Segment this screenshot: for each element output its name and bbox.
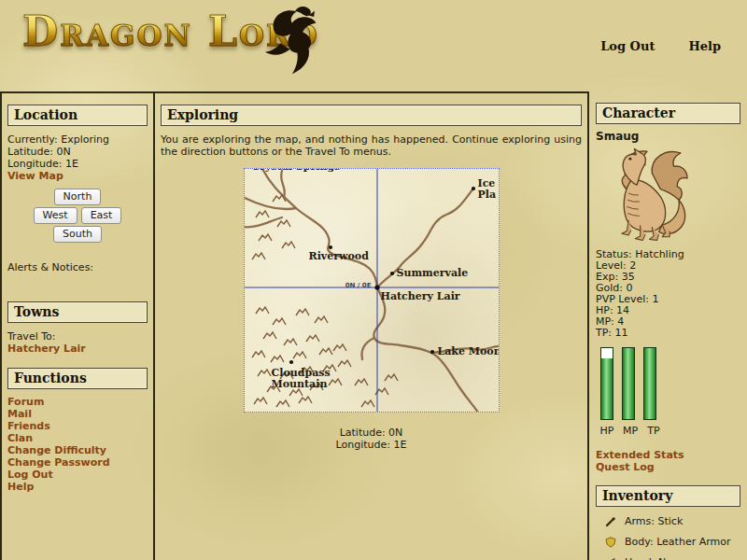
travel-to-label: Travel To:	[7, 330, 148, 343]
alerts-label: Alerts & Notices:	[7, 261, 148, 273]
character-dragon-image	[598, 145, 695, 244]
functions-panel-header: Functions	[7, 368, 148, 389]
extended-stats-link[interactable]: Extended Stats	[596, 449, 740, 461]
equipment-head-label: Head: None	[625, 556, 685, 560]
functions-link-help[interactable]: Help	[7, 481, 148, 493]
east-button[interactable]: East	[81, 207, 122, 224]
header: Dragon Lord Log Out Help	[0, 0, 747, 91]
exploring-panel-header: Exploring	[161, 105, 582, 126]
stick-icon	[605, 516, 616, 527]
shield-icon	[605, 537, 616, 548]
help-link[interactable]: Help	[688, 39, 721, 53]
location-currently: Currently: Exploring	[7, 133, 148, 146]
page: Dragon Lord Log Out Help Location Curren…	[0, 0, 747, 560]
quest-log-link[interactable]: Quest Log	[596, 461, 740, 473]
stat-tp: TP: 11	[596, 328, 740, 339]
map-label-summervale: Summervale	[397, 268, 469, 279]
view-map-link[interactable]: View Map	[7, 170, 148, 182]
west-button[interactable]: West	[34, 207, 78, 224]
equipment-arms: Arms: Stick	[605, 515, 740, 527]
location-latitude: Latitude: 0N	[7, 146, 148, 158]
functions-link-change-difficulty[interactable]: Change Difficulty	[7, 444, 148, 456]
map-label-lake-moons: Lake Moonsi	[438, 346, 500, 357]
coordinates-longitude: Longitude: 1E	[161, 439, 582, 451]
character-panel-header: Character	[596, 103, 740, 124]
map-coordinates: Latitude: 0N Longitude: 1E	[161, 427, 582, 451]
south-button[interactable]: South	[53, 226, 102, 243]
character-name: Smaug	[596, 130, 740, 143]
inventory-panel-header: Inventory	[596, 485, 740, 507]
equipment-arms-label: Arms: Stick	[625, 515, 683, 527]
travel-destination-hatchery-lair[interactable]: Hatchery Lair	[7, 343, 148, 355]
mp-bar-label: MP	[623, 425, 638, 437]
right-sidebar: Character Smaug Status: Hatchling Level:…	[589, 91, 747, 560]
map-label-cloudpass-mountain: Cloudpass Mountain	[272, 368, 339, 390]
stat-bar-labels: HP MP TP	[599, 425, 740, 437]
map-label-crystal-springs: Crystal Springs	[252, 168, 341, 173]
north-button[interactable]: North	[54, 189, 102, 205]
map-label-ice-plains: Ice Pla	[478, 178, 500, 201]
equipment-body: Body: Leather Armor	[605, 536, 740, 548]
functions-link-forum[interactable]: Forum	[7, 396, 148, 408]
map-label-hatchery-lair: Hatchery Lair	[381, 291, 460, 302]
hp-bar-label: HP	[599, 425, 614, 437]
feather-icon	[605, 557, 616, 560]
coordinates-latitude: Latitude: 0N	[161, 427, 582, 439]
mp-bar	[622, 347, 635, 420]
hp-bar	[600, 347, 613, 420]
equipment-head: Head: None	[605, 556, 740, 560]
world-map: Crystal Springs Ice Pla Riverwood Summer…	[244, 168, 500, 413]
exploring-message: You are exploring the map, and nothing h…	[161, 133, 582, 158]
location-longitude: Longitude: 1E	[7, 158, 148, 170]
header-nav: Log Out Help	[600, 39, 721, 53]
functions-link-mail[interactable]: Mail	[7, 408, 148, 420]
stat-bars	[600, 347, 740, 420]
functions-link-change-password[interactable]: Change Password	[7, 456, 148, 469]
functions-link-friends[interactable]: Friends	[7, 420, 148, 432]
logout-link[interactable]: Log Out	[600, 39, 655, 53]
tp-bar-label: TP	[646, 425, 661, 437]
dragon-logo-icon	[245, 6, 331, 75]
equipment-body-label: Body: Leather Armor	[625, 536, 731, 548]
map-label-riverwood: Riverwood	[309, 251, 369, 262]
tp-bar	[643, 347, 656, 420]
main-content: Exploring You are exploring the map, and…	[155, 91, 589, 560]
towns-panel-header: Towns	[7, 301, 148, 323]
left-sidebar: Location Currently: Exploring Latitude: …	[0, 91, 155, 560]
functions-link-log-out[interactable]: Log Out	[7, 469, 148, 481]
map-center-coordinates: 0N / 0E	[327, 280, 372, 291]
character-stats: Status: Hatchling Level: 2 Exp: 35 Gold:…	[596, 249, 740, 339]
direction-buttons: North West East South	[7, 189, 148, 243]
functions-link-clan[interactable]: Clan	[7, 432, 148, 444]
location-panel-header: Location	[7, 105, 148, 126]
